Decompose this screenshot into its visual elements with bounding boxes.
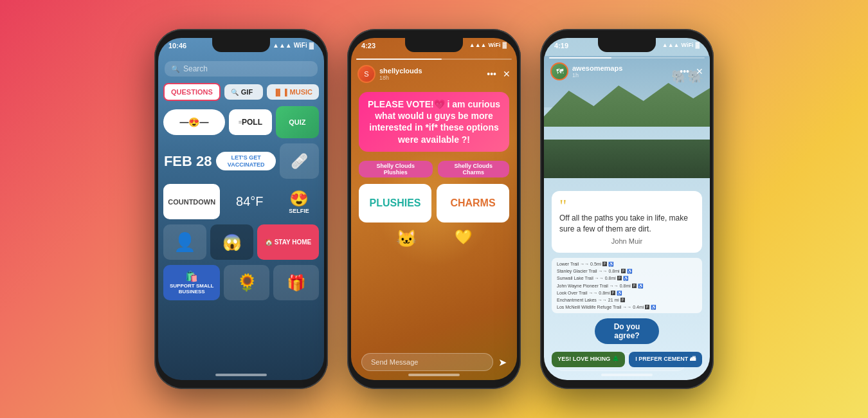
story-3-avatar: 🗺 — [550, 62, 568, 80]
phone-3: 🐘🐘 4:19 ▲▲▲ WiFi ▓ 🗺 awesomemaps — [540, 29, 714, 389]
phone-1-status-icons: ▲▲▲ WiFi ▓ — [273, 42, 314, 49]
wifi-icon-3: WiFi — [682, 42, 694, 48]
quote-author: John Muir — [559, 237, 694, 245]
phone-1-screen: 10:46 ▲▲▲ WiFi ▓ 🔍 Search QUESTIONS 🔍 GI — [158, 38, 324, 380]
phone-3-screen: 🐘🐘 4:19 ▲▲▲ WiFi ▓ 🗺 awesomemaps — [544, 38, 710, 380]
gift-sticker[interactable]: 🎁 — [273, 265, 319, 300]
trail-item-6: Enchantment Lakes →→ 21 mi 🅿 — [557, 296, 697, 304]
phone-1: 10:46 ▲▲▲ WiFi ▓ 🔍 Search QUESTIONS 🔍 GI — [154, 29, 328, 389]
avatar-sticker[interactable]: 👤 — [163, 224, 206, 260]
quiz-sticker[interactable]: QUIZ — [276, 106, 319, 138]
selfie-emoji-icon: 😍 — [289, 190, 309, 208]
poll2-options: YES! LOVE HIKING 🌲 I PREFER CEMENT 🏙 — [544, 349, 710, 370]
sticker-row-2: —😍— ≡ POLL QUIZ — [158, 104, 324, 141]
emoji-slider-sticker[interactable]: —😍— — [163, 109, 225, 135]
quote-text: Off all the paths you take in life, make… — [559, 213, 694, 235]
phone-1-time: 10:46 — [168, 42, 186, 50]
story-3-progress — [549, 57, 705, 59]
poll-sticker[interactable]: ≡ POLL — [229, 109, 272, 135]
sunshine-sticker[interactable]: 🌻 — [224, 265, 269, 300]
wifi-icon-2: WiFi — [489, 42, 501, 48]
story-2-send-bar: Send Message ➤ — [355, 353, 513, 371]
signal-icon-3: ▲▲▲ — [662, 42, 680, 48]
poll-option-plushies[interactable]: PLUSHIES — [359, 184, 431, 223]
story-2-username: shellyclouds — [379, 67, 487, 75]
avatar-icon: 👤 — [174, 232, 196, 253]
trail-item-5: Look Over Trail →→ 0.8mi 🅿 ♿ — [557, 289, 697, 296]
stay-home-label: 🏠 STAY HOME — [265, 239, 311, 246]
sticker-search-bar[interactable]: 🔍 Search — [165, 61, 318, 77]
temperature-sticker[interactable]: 84°F — [224, 184, 275, 219]
bandage-sticker[interactable]: 🩹 — [280, 143, 319, 179]
signal-icon: ▲▲▲ — [273, 42, 292, 49]
search-placeholder: Search — [183, 64, 208, 73]
vaccine-sticker[interactable]: LET'S GET VACCINATED — [216, 152, 275, 171]
battery-icon-3: ▓ — [695, 42, 700, 48]
heart-sticker-icon: 💛 — [455, 229, 472, 249]
selfie-label: SELFIE — [289, 208, 309, 214]
signal-icon-2: ▲▲▲ — [469, 42, 487, 48]
quiz-label: QUIZ — [289, 118, 305, 126]
close-icon-3[interactable]: ✕ — [696, 66, 703, 77]
phone-3-status-icons: ▲▲▲ WiFi ▓ — [662, 42, 700, 48]
phone-3-time: 4:19 — [554, 42, 568, 50]
sticker-row-4: COUNTDOWN 84°F 😍 SELFIE — [158, 181, 324, 222]
support-label: SUPPORT SMALL BUSINESS — [163, 284, 220, 295]
story-3-header-icons[interactable]: ••• ✕ — [680, 66, 703, 77]
sunshine-icon: 🌻 — [237, 273, 257, 293]
more-options-icon-3[interactable]: ••• — [680, 66, 689, 77]
selfie-sticker[interactable]: 😍 SELFIE — [279, 184, 319, 219]
story-3-time-ago: 1h — [572, 72, 680, 78]
poll-sticker-decorations: 🐱 💛 — [351, 226, 517, 251]
gif-label: GIF — [241, 88, 253, 96]
story-2-avatar: S — [357, 65, 375, 83]
phone-2-notch — [405, 38, 463, 52]
send-icon[interactable]: ➤ — [498, 356, 507, 368]
poll-options: PLUSHIES CHARMS — [351, 180, 517, 226]
home-indicator-3 — [601, 374, 653, 376]
phone-2-screen: 4:23 ▲▲▲ WiFi ▓ S shellyclouds 18h — [351, 38, 517, 380]
music-sticker[interactable]: ▐▌▐ MUSIC — [267, 84, 319, 100]
close-icon[interactable]: ✕ — [503, 69, 511, 79]
scream-icon: 😱 — [222, 233, 242, 251]
temperature-label: 84°F — [236, 194, 263, 209]
send-message-input[interactable]: Send Message — [361, 353, 493, 371]
sticker-row-5: 👤 😱 🏠 STAY HOME — [158, 222, 324, 262]
trail-list: Lower Trail →→ 0.5mi 🅿 ♿ Stanley Glacier… — [552, 258, 702, 313]
story-progress-bar — [356, 59, 512, 60]
music-label: MUSIC — [290, 88, 312, 96]
home-indicator-1 — [215, 374, 267, 376]
story-2-header-icons[interactable]: ••• ✕ — [487, 69, 511, 79]
more-options-icon[interactable]: ••• — [487, 69, 496, 79]
battery-icon: ▓ — [309, 42, 314, 49]
support-business-sticker[interactable]: 🛍️ SUPPORT SMALL BUSINESS — [163, 265, 220, 300]
sticker-row-6: 🛍️ SUPPORT SMALL BUSINESS 🌻 🎁 — [158, 262, 324, 303]
shopping-icon: 🛍️ — [185, 270, 198, 282]
scream-sticker[interactable]: 😱 — [210, 224, 253, 260]
poll2-option-hiking[interactable]: YES! LOVE HIKING 🌲 — [552, 352, 625, 367]
poll2-question-wrapper: Do you agree? — [552, 316, 702, 347]
story-3-user-info: awesomemaps 1h — [572, 64, 680, 78]
story-3-username: awesomemaps — [572, 64, 680, 72]
avatar-initial: S — [364, 70, 368, 78]
trail-item-3: Sunwall Lake Trail →→ 0.8mi 🅿 ♿ — [557, 275, 697, 282]
trail-item-2: Stanley Glacier Trail →→ 0.8mi 🅿 ♿ — [557, 268, 697, 275]
poll2-option-cement[interactable]: I PREFER CEMENT 🏙 — [629, 352, 702, 367]
hiking-option-label: YES! LOVE HIKING 🌲 — [557, 356, 619, 362]
stay-home-sticker[interactable]: 🏠 STAY HOME — [257, 224, 319, 260]
poll-option-charms[interactable]: CHARMS — [437, 184, 509, 223]
home-indicator-2 — [408, 374, 460, 376]
questions-sticker[interactable]: QUESTIONS — [163, 83, 221, 101]
vaccine-label: LET'S GET VACCINATED — [228, 154, 265, 168]
poll-question-box: PLEASE VOTE!💗 i am curious what would u … — [359, 92, 509, 152]
quote-box: " Off all the paths you take in life, ma… — [552, 191, 702, 253]
date-sticker[interactable]: FEB 28 — [163, 143, 212, 179]
map-icon: 🗺 — [556, 68, 563, 75]
countdown-sticker[interactable]: COUNTDOWN — [163, 184, 220, 219]
poll-label: POLL — [242, 118, 262, 127]
phone-1-notch — [212, 38, 270, 52]
story-progress-fill — [356, 59, 442, 60]
phone-2-time: 4:23 — [361, 42, 375, 50]
vote-label-1: Shelly Clouds Plushies — [359, 161, 433, 177]
gif-sticker[interactable]: 🔍 GIF — [224, 84, 263, 100]
